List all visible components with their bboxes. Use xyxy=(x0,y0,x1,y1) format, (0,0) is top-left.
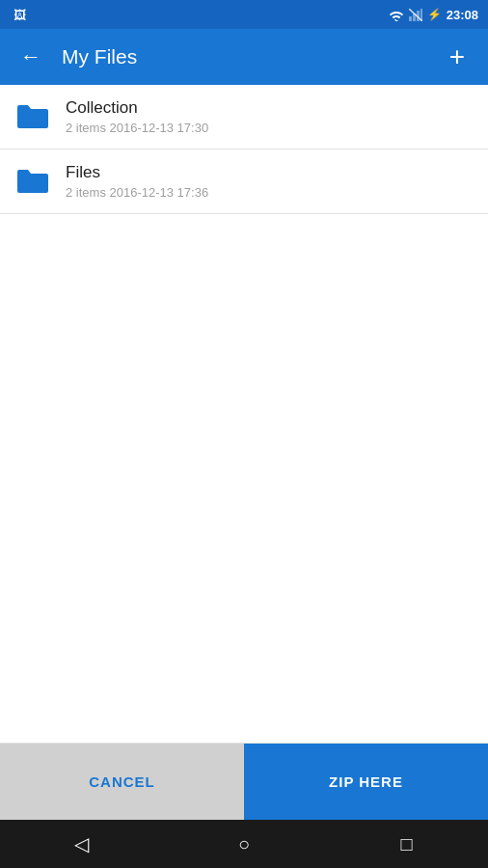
file-info: Collection 2 items 2016-12-13 17:30 xyxy=(66,98,208,135)
list-item[interactable]: Files 2 items 2016-12-13 17:36 xyxy=(0,149,488,214)
recent-nav-button[interactable]: □ xyxy=(388,825,426,863)
app-bar: ← My Files + xyxy=(0,29,488,85)
status-bar: 🖼 ⚡ 23:08 xyxy=(0,0,488,29)
file-name: Files xyxy=(66,163,208,182)
list-item[interactable]: Collection 2 items 2016-12-13 17:30 xyxy=(0,85,488,149)
zip-here-button[interactable]: ZIP HERE xyxy=(244,744,488,820)
home-nav-button[interactable]: ○ xyxy=(225,825,263,863)
status-bar-left: 🖼 xyxy=(10,8,383,22)
file-info: Files 2 items 2016-12-13 17:36 xyxy=(66,163,208,200)
signal-icon xyxy=(409,9,422,21)
file-list: Collection 2 items 2016-12-13 17:30 File… xyxy=(0,85,488,214)
back-button[interactable]: ← xyxy=(15,41,46,72)
back-nav-button[interactable]: ◁ xyxy=(62,825,100,863)
page-title: My Files xyxy=(62,45,426,68)
file-meta: 2 items 2016-12-13 17:30 xyxy=(66,121,208,135)
svg-rect-0 xyxy=(409,16,412,21)
folder-icon xyxy=(15,168,50,195)
status-icons: ⚡ 23:08 xyxy=(389,8,478,22)
bottom-buttons: CANCEL ZIP HERE xyxy=(0,743,488,820)
cancel-button[interactable]: CANCEL xyxy=(0,744,244,820)
battery-icon: ⚡ xyxy=(427,8,442,21)
file-name: Collection xyxy=(66,98,208,118)
nav-bar: ◁ ○ □ xyxy=(0,820,488,868)
folder-icon xyxy=(15,103,50,130)
wifi-icon xyxy=(389,9,404,21)
image-icon: 🖼 xyxy=(14,8,26,22)
status-time: 23:08 xyxy=(447,8,478,22)
add-button[interactable]: + xyxy=(442,41,473,72)
file-meta: 2 items 2016-12-13 17:36 xyxy=(66,185,208,200)
